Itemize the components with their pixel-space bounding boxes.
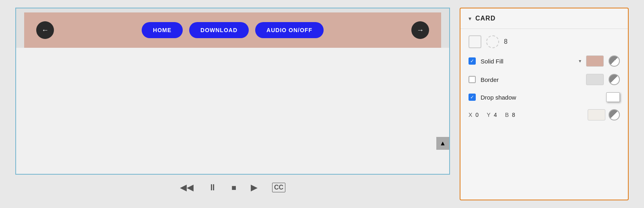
border-row: Border — [469, 74, 620, 85]
solid-fill-label: Solid Fill — [481, 58, 574, 65]
border-checkbox[interactable] — [469, 76, 476, 83]
border-opacity[interactable] — [609, 74, 620, 85]
solid-fill-opacity[interactable] — [609, 55, 620, 67]
download-button[interactable]: DOWNLOAD — [189, 22, 249, 38]
xyb-row: X 0 Y 4 B 8 — [469, 109, 620, 120]
b-value[interactable]: 8 — [512, 112, 520, 118]
nav-buttons: HOME DOWNLOAD AUDIO ON/OFF — [142, 22, 324, 38]
audio-button[interactable]: AUDIO ON/OFF — [255, 22, 324, 38]
nav-bar: ← HOME DOWNLOAD AUDIO ON/OFF → — [24, 12, 441, 48]
y-value[interactable]: 4 — [494, 112, 502, 118]
card-properties-panel: ▾ CARD 8 ✓ Solid Fill ▾ Border ✓ Drop sh — [460, 8, 629, 200]
x-label: X — [469, 112, 472, 118]
play-button[interactable]: ▶ — [251, 182, 258, 193]
playback-bar: ◀◀ ⏸ ■ ▶ CC — [15, 175, 450, 200]
corner-radius-value[interactable]: 8 — [504, 38, 508, 45]
panel-header: ▾ CARD — [460, 8, 628, 29]
rewind-button[interactable]: ◀◀ — [180, 182, 194, 193]
shadow-opacity[interactable] — [609, 109, 620, 120]
solid-fill-row: ✓ Solid Fill ▾ — [469, 55, 620, 67]
home-button[interactable]: HOME — [142, 22, 183, 38]
border-label: Border — [481, 76, 581, 83]
stop-button[interactable]: ■ — [231, 183, 236, 192]
drop-shadow-preview — [606, 92, 620, 102]
collapse-icon[interactable]: ▾ — [469, 15, 471, 22]
b-label: B — [505, 112, 509, 118]
solid-fill-dropdown[interactable]: ▾ — [579, 58, 581, 64]
x-value[interactable]: 0 — [475, 112, 483, 118]
solid-fill-checkbox[interactable]: ✓ — [469, 57, 476, 65]
panel-title: CARD — [475, 15, 495, 22]
pause-button[interactable]: ⏸ — [208, 182, 217, 193]
shadow-color-swatch[interactable] — [588, 109, 605, 120]
slide-content — [16, 48, 449, 174]
drop-shadow-label: Drop shadow — [481, 94, 601, 101]
round-corner-button[interactable] — [486, 35, 499, 48]
drop-shadow-checkbox[interactable]: ✓ — [469, 94, 476, 101]
slide-frame: ← HOME DOWNLOAD AUDIO ON/OFF → ▲ — [15, 8, 450, 175]
canvas-area: ← HOME DOWNLOAD AUDIO ON/OFF → ▲ ◀◀ ⏸ ■ … — [15, 8, 450, 200]
corner-radius-row: 8 — [469, 35, 620, 48]
right-arrow-button[interactable]: → — [411, 21, 429, 39]
solid-fill-color-swatch[interactable] — [586, 55, 604, 67]
scroll-up-button[interactable]: ▲ — [436, 137, 449, 150]
square-corner-button[interactable] — [469, 35, 481, 48]
drop-shadow-row: ✓ Drop shadow — [469, 92, 620, 102]
left-arrow-button[interactable]: ← — [36, 21, 54, 39]
panel-body: 8 ✓ Solid Fill ▾ Border ✓ Drop shadow X … — [460, 29, 628, 200]
cc-button[interactable]: CC — [272, 183, 285, 192]
y-label: Y — [487, 112, 490, 118]
border-color-swatch[interactable] — [586, 74, 604, 85]
